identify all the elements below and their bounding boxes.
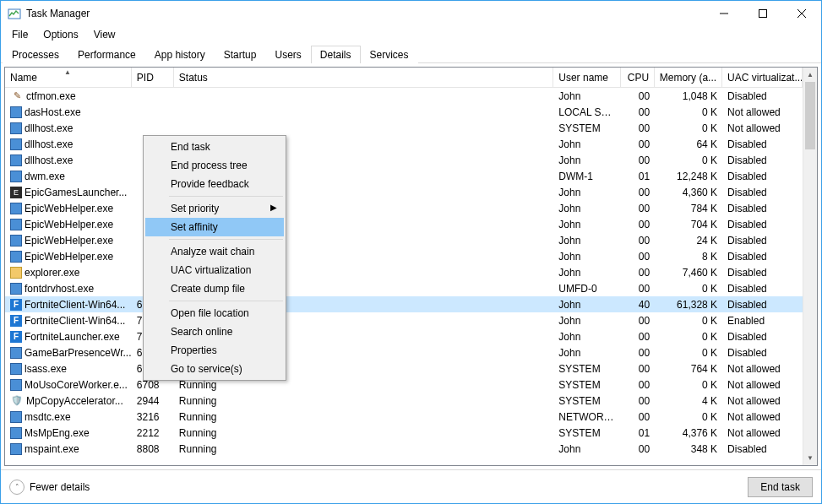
table-row[interactable]: dllhost.exeJohn000 KDisabled: [5, 152, 803, 168]
table-row[interactable]: MsMpEng.exe2212RunningSYSTEM014,376 KNot…: [5, 425, 803, 441]
cell-pid: 8808: [132, 443, 174, 455]
cm-go-to-services[interactable]: Go to service(s): [145, 360, 284, 378]
cell-name: explorer.exe: [5, 267, 132, 279]
table-row[interactable]: lsass.exe664RunningSYSTEM00764 KNot allo…: [5, 360, 803, 377]
application-icon: [10, 363, 22, 375]
scroll-thumb[interactable]: [805, 82, 815, 149]
cm-open-file-location[interactable]: Open file location: [145, 304, 284, 322]
col-pid[interactable]: PID: [132, 68, 174, 87]
cm-set-priority[interactable]: Set priority ▶: [145, 199, 284, 218]
epic-icon: E: [10, 187, 22, 198]
cm-create-dump-file[interactable]: Create dump file: [145, 279, 284, 298]
minimize-button[interactable]: [705, 1, 743, 26]
shield-icon: 🛡️: [10, 394, 24, 408]
end-task-button[interactable]: End task: [748, 477, 813, 497]
menu-file[interactable]: File: [5, 27, 35, 42]
table-row[interactable]: FFortniteLauncher.exe7012RunningJohn000 …: [5, 328, 803, 344]
cm-end-task[interactable]: End task: [145, 138, 284, 156]
table-row[interactable]: FFortniteClient-Win64...6044RunningJohn4…: [5, 296, 803, 312]
application-icon: [10, 283, 22, 295]
tab-app-history[interactable]: App history: [145, 46, 215, 63]
vertical-scrollbar[interactable]: ▲ ▼: [803, 68, 817, 465]
scroll-up-icon[interactable]: ▲: [803, 68, 817, 82]
cell-memory: 4,360 K: [655, 187, 722, 198]
cell-name: dllhost.exe: [5, 138, 132, 150]
table-row[interactable]: dllhost.exeSYSTEM000 KNot allowed: [5, 120, 803, 136]
menu-options[interactable]: Options: [36, 27, 84, 42]
table-row[interactable]: EpicWebHelper.exeJohn00784 KDisabled: [5, 200, 803, 216]
application-icon: [10, 122, 22, 134]
table-row[interactable]: FFortniteClient-Win64...7580RunningJohn0…: [5, 312, 803, 328]
cm-end-process-tree[interactable]: End process tree: [145, 156, 284, 175]
table-row[interactable]: dllhost.exeJohn0064 KDisabled: [5, 136, 803, 152]
cm-provide-feedback[interactable]: Provide feedback: [145, 175, 284, 193]
scroll-track[interactable]: [803, 82, 817, 451]
cm-set-priority-label: Set priority: [171, 203, 219, 214]
cell-user: SYSTEM: [553, 363, 621, 375]
application-icon: [10, 427, 22, 439]
table-row[interactable]: msdtc.exe3216RunningNETWORK...000 KNot a…: [5, 409, 803, 425]
tab-startup[interactable]: Startup: [215, 46, 266, 63]
cell-cpu: 00: [621, 90, 655, 102]
cm-set-affinity[interactable]: Set affinity: [145, 218, 284, 236]
table-row[interactable]: EpicWebHelper.exeJohn008 KDisabled: [5, 248, 803, 264]
cell-memory: 0 K: [655, 315, 722, 327]
process-name: FortniteLauncher.exe: [24, 331, 120, 343]
cell-uac: Not allowed: [722, 411, 803, 423]
col-memory[interactable]: Memory (a...: [655, 68, 722, 87]
table-row[interactable]: EpicWebHelper.exeJohn0024 KDisabled: [5, 232, 803, 248]
cell-user: NETWORK...: [553, 411, 621, 423]
cell-memory: 784 K: [655, 203, 722, 214]
cell-name: dasHost.exe: [5, 106, 132, 118]
cell-user: John: [553, 315, 621, 327]
col-uac[interactable]: UAC virtualizat...: [722, 68, 803, 87]
col-status[interactable]: Status: [174, 68, 553, 87]
table-row[interactable]: 🛡️MpCopyAccelerator...2944RunningSYSTEM0…: [5, 393, 803, 409]
cell-cpu: 00: [621, 363, 655, 375]
table-row[interactable]: mspaint.exe8808RunningJohn00348 KDisable…: [5, 441, 803, 457]
cell-cpu: 00: [621, 154, 655, 166]
col-cpu[interactable]: CPU: [621, 68, 655, 87]
cm-analyze-wait-chain[interactable]: Analyze wait chain: [145, 242, 284, 261]
col-user[interactable]: User name: [553, 68, 621, 87]
cell-memory: 61,328 K: [655, 299, 722, 311]
process-list[interactable]: ✎ctfmon.exeJohn001,048 KDisableddasHost.…: [5, 88, 803, 465]
cell-user: John: [553, 203, 621, 214]
fortnite-icon: F: [10, 331, 22, 343]
process-name: EpicWebHelper.exe: [24, 251, 113, 263]
table-row[interactable]: dwm.exeDWM-10112,248 KDisabled: [5, 168, 803, 184]
tab-services[interactable]: Services: [361, 46, 418, 63]
cell-cpu: 00: [621, 411, 655, 423]
table-row[interactable]: MoUsoCoreWorker.e...6708RunningSYSTEM000…: [5, 377, 803, 393]
cell-pid: 2944: [132, 395, 174, 407]
fortnite-icon: F: [10, 299, 22, 311]
table-row[interactable]: dasHost.exeLOCAL SE...000 KNot allowed: [5, 104, 803, 120]
menu-view[interactable]: View: [87, 27, 122, 42]
table-row[interactable]: fontdrvhost.exeUMFD-0000 KDisabled: [5, 280, 803, 296]
cell-name: EpicWebHelper.exe: [5, 219, 132, 230]
tab-users[interactable]: Users: [265, 46, 310, 63]
table-row[interactable]: EEpicGamesLauncher...John004,360 KDisabl…: [5, 184, 803, 200]
table-row[interactable]: GameBarPresenceWr...6176RunningJohn000 K…: [5, 344, 803, 360]
cell-cpu: 00: [621, 219, 655, 230]
table-row[interactable]: explorer.exeJohn007,460 KDisabled: [5, 264, 803, 280]
process-name: dllhost.exe: [24, 154, 73, 166]
cell-user: SYSTEM: [553, 122, 621, 134]
cell-uac: Disabled: [722, 331, 803, 343]
tab-performance[interactable]: Performance: [68, 46, 145, 63]
cm-properties[interactable]: Properties: [145, 341, 284, 360]
table-row[interactable]: ✎ctfmon.exeJohn001,048 KDisabled: [5, 88, 803, 104]
scroll-down-icon[interactable]: ▼: [803, 451, 817, 465]
details-panel: Name ▲ PID Status User name CPU Memory (…: [4, 67, 818, 466]
cell-cpu: 00: [621, 138, 655, 150]
maximize-button[interactable]: [743, 1, 782, 26]
close-button[interactable]: [782, 1, 821, 26]
table-row[interactable]: EpicWebHelper.exeJohn00704 KDisabled: [5, 216, 803, 232]
cm-search-online[interactable]: Search online: [145, 322, 284, 341]
cell-name: FFortniteClient-Win64...: [5, 315, 132, 327]
fewer-details-button[interactable]: ˄ Fewer details: [9, 480, 90, 495]
tab-details[interactable]: Details: [311, 46, 361, 63]
cm-uac-virtualization[interactable]: UAC virtualization: [145, 261, 284, 279]
tab-processes[interactable]: Processes: [3, 46, 68, 63]
cell-memory: 8 K: [655, 251, 722, 263]
